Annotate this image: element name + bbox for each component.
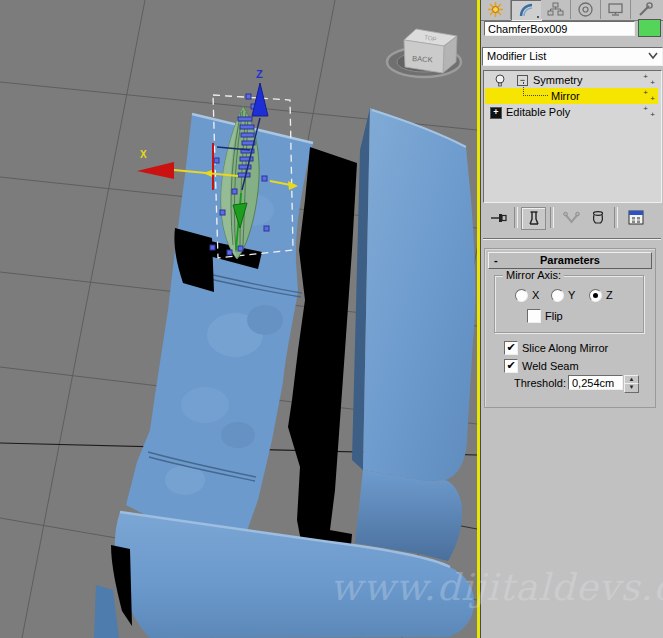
tab-utilities[interactable] — [631, 0, 660, 19]
row-plus-mark: + — [643, 73, 648, 81]
weld-seam-checkbox[interactable]: ✔ — [504, 359, 518, 373]
toolbar-separator — [614, 207, 618, 228]
threshold-label: Threshold: — [514, 377, 566, 389]
remove-modifier-button[interactable] — [586, 207, 609, 228]
radio-z[interactable] — [589, 289, 602, 302]
rollout-collapse-glyph: - — [494, 253, 498, 267]
utilities-icon — [637, 1, 654, 18]
row-plus-mark: + — [643, 89, 648, 97]
slice-along-mirror-label[interactable]: Slice Along Mirror — [522, 342, 608, 354]
toolbar-separator — [550, 207, 554, 228]
parameters-rollout-header[interactable]: - Parameters — [488, 252, 652, 269]
parameters-rollout: - Parameters Mirror Axis: X Y Z Flip ✔ S… — [484, 248, 656, 408]
trash-icon — [590, 210, 606, 225]
hierarchy-icon — [547, 1, 564, 18]
radio-y-label[interactable]: Y — [568, 289, 575, 301]
command-panel: ChamferBox009 Modifier List − Symmetry +… — [480, 0, 663, 638]
row-plus-mark: + — [650, 95, 655, 103]
z-axis-label: Z — [256, 68, 263, 80]
show-end-result-button[interactable] — [521, 207, 546, 230]
stack-item-symmetry[interactable]: − Symmetry + + — [485, 72, 658, 88]
pin-stack-icon — [490, 211, 508, 225]
row-plus-mark: + — [650, 111, 655, 119]
bulb-icon[interactable] — [494, 74, 506, 87]
threshold-field[interactable]: 0,254cm — [568, 375, 623, 390]
row-plus-mark: + — [650, 79, 655, 87]
modify-arc-icon — [518, 2, 535, 19]
viewcube-front-label: BACK — [412, 54, 433, 64]
radio-z-label[interactable]: Z — [606, 289, 613, 301]
mirror-axis-group-label: Mirror Axis: — [503, 269, 564, 281]
modifier-list-label: Modifier List — [487, 48, 546, 65]
tree-branch-line — [523, 82, 548, 96]
flip-checkbox[interactable] — [527, 309, 541, 323]
chevron-down-icon — [647, 51, 659, 61]
configure-modifier-sets-icon — [628, 210, 644, 225]
perspective-viewport[interactable]: Z X BACK TOP — [0, 0, 477, 638]
sofa-arm-slab — [363, 108, 475, 481]
object-name-field[interactable]: ChamferBox009 — [484, 21, 635, 36]
radio-x[interactable] — [515, 289, 528, 302]
panel-divider — [483, 238, 661, 240]
weld-seam-label[interactable]: Weld Seam — [522, 360, 579, 372]
configure-modifier-sets-button[interactable] — [624, 207, 647, 228]
tab-hierarchy[interactable] — [541, 0, 571, 19]
slice-along-mirror-checkbox[interactable]: ✔ — [504, 341, 518, 355]
pin-stack-button[interactable] — [487, 207, 510, 228]
mirror-axis-group: Mirror Axis: X Y Z Flip — [494, 275, 644, 333]
make-unique-icon — [563, 211, 580, 225]
modifier-stack: − Symmetry + + Mirror + + + Editable Pol… — [483, 70, 662, 203]
stack-item-label: Mirror — [551, 88, 580, 104]
flip-label[interactable]: Flip — [545, 310, 563, 322]
stack-item-mirror-selected[interactable]: Mirror + + — [485, 88, 658, 104]
display-icon — [607, 1, 624, 18]
motion-icon — [577, 1, 594, 18]
create-sunburst-icon — [487, 1, 504, 18]
radio-x-label[interactable]: X — [532, 289, 539, 301]
show-end-result-icon — [526, 211, 542, 226]
tree-expand-toggle[interactable]: + — [490, 107, 502, 119]
rollout-title: Parameters — [540, 254, 600, 266]
app-window: Z X BACK TOP — [0, 0, 663, 638]
object-color-swatch[interactable] — [638, 19, 661, 37]
modifier-list-dropdown[interactable]: Modifier List — [482, 47, 663, 66]
command-panel-tabs — [481, 0, 663, 21]
stack-toolbar — [481, 205, 663, 231]
stack-item-editable-poly[interactable]: + Editable Poly + + — [485, 104, 658, 120]
threshold-spin-down[interactable]: ▼ — [624, 383, 639, 393]
toolbar-separator — [514, 207, 518, 228]
x-axis-label: X — [140, 149, 147, 160]
make-unique-button[interactable] — [560, 207, 583, 228]
tab-motion[interactable] — [571, 0, 601, 19]
radio-y[interactable] — [551, 289, 564, 302]
tab-display[interactable] — [601, 0, 631, 19]
stack-item-label: Editable Poly — [506, 104, 570, 120]
row-plus-mark: + — [643, 105, 648, 113]
tab-create[interactable] — [481, 0, 511, 19]
tab-modify[interactable] — [511, 0, 542, 21]
